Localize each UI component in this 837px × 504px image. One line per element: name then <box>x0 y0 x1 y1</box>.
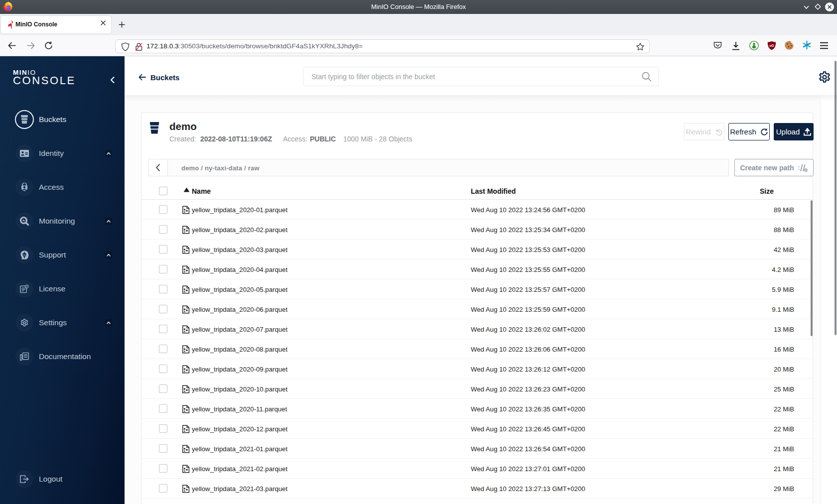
svg-text:uO: uO <box>769 44 774 47</box>
